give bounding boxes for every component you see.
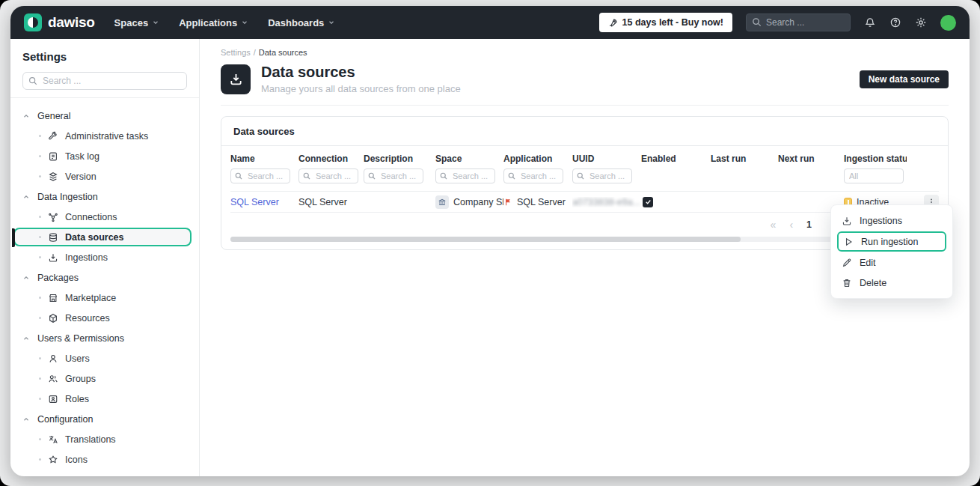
space-chip <box>435 195 449 209</box>
nav-spaces-label: Spaces <box>114 17 149 28</box>
page-background: dawiso Spaces Applications Dashboards 15… <box>0 0 980 486</box>
dawiso-logo-icon <box>24 13 42 31</box>
sidebar-group-configuration[interactable]: Configuration <box>22 409 187 429</box>
settings-button[interactable] <box>915 16 927 28</box>
app-flag-icon <box>503 198 512 207</box>
row-application[interactable]: SQL Server <box>503 197 572 207</box>
sidebar-item-groups[interactable]: Groups <box>22 368 187 389</box>
sidebar-item-label: Version <box>65 171 97 182</box>
main-header: Settings / Data sources Data sources Man… <box>200 39 970 106</box>
brand-name: dawiso <box>48 14 95 31</box>
sidebar-item-ingestions[interactable]: Ingestions <box>22 247 187 267</box>
sidebar-item-version[interactable]: Version <box>22 166 187 186</box>
sidebar-group-general[interactable]: General <box>22 106 187 126</box>
chevron-up-icon <box>22 335 30 342</box>
bullet-dot <box>39 317 41 319</box>
filter-ingestion-status-input[interactable] <box>844 168 904 183</box>
sidebar-item-label: Groups <box>65 374 96 384</box>
breadcrumb-settings[interactable]: Settings <box>221 48 251 57</box>
col-actions <box>907 151 939 159</box>
menu-item-delete[interactable]: Delete <box>837 273 946 293</box>
new-data-source-button[interactable]: New data source <box>860 70 949 88</box>
sidebar-item-marketplace[interactable]: Marketplace <box>22 288 187 308</box>
settings-sidebar: Settings General Administrative tasks Ta… <box>10 39 200 476</box>
col-last-run: Last run <box>711 146 778 164</box>
user-avatar[interactable] <box>940 15 956 31</box>
row-space[interactable]: Company Sh... <box>435 195 503 209</box>
sidebar-item-administrative-tasks[interactable]: Administrative tasks <box>22 126 187 146</box>
menu-item-ingestions[interactable]: Ingestions <box>837 210 946 231</box>
version-layers-icon <box>48 171 58 182</box>
chevron-up-icon <box>22 416 30 423</box>
enabled-checkbox[interactable] <box>643 197 653 207</box>
bullet-dot <box>39 256 41 258</box>
question-circle-icon <box>889 16 901 28</box>
check-icon <box>645 198 652 205</box>
chevron-down-icon <box>152 19 159 26</box>
menu-item-label: Edit <box>860 258 876 268</box>
nav-applications[interactable]: Applications <box>179 17 248 28</box>
search-icon <box>234 171 243 180</box>
menu-item-label: Delete <box>860 278 886 288</box>
sidebar-item-label: Administrative tasks <box>65 131 148 142</box>
bell-icon <box>864 16 876 28</box>
search-icon <box>302 171 311 180</box>
nav-applications-label: Applications <box>179 17 237 28</box>
chevron-up-icon <box>22 112 30 120</box>
user-group-icon <box>48 374 58 384</box>
brand-home-link[interactable]: dawiso <box>24 13 95 31</box>
row-name-link[interactable]: SQL Server <box>230 197 298 207</box>
sidebar-item-task-log[interactable]: Task log <box>22 146 187 166</box>
top-navbar: dawiso Spaces Applications Dashboards 15… <box>10 6 970 39</box>
sidebar-item-icons[interactable]: Icons <box>22 449 187 470</box>
bullet-dot <box>39 438 41 440</box>
play-icon <box>843 237 854 247</box>
global-search <box>746 13 851 31</box>
navbar-right: 15 days left - Buy now! <box>599 13 956 32</box>
scrollbar-thumb[interactable] <box>230 237 741 242</box>
menu-item-label: Ingestions <box>860 216 902 226</box>
bullet-dot <box>39 155 41 157</box>
col-enabled: Enabled <box>641 146 711 164</box>
download-tray-icon <box>842 216 852 226</box>
table-header-row: Name Connection Description Space Applic… <box>230 146 939 164</box>
sidebar-item-resources[interactable]: Resources <box>22 308 187 328</box>
pagination-prev-button[interactable]: ‹ <box>789 219 793 230</box>
row-connection: SQL Server <box>298 197 364 207</box>
sidebar-item-label: Users <box>65 353 90 364</box>
sidebar-item-translations[interactable]: Translations <box>22 429 187 449</box>
sidebar-title: Settings <box>22 48 187 66</box>
sidebar-item-connections[interactable]: Connections <box>22 207 187 227</box>
chevron-down-icon <box>328 19 335 26</box>
sidebar-search-input[interactable] <box>22 72 187 90</box>
sidebar-group-data-ingestion[interactable]: Data Ingestion <box>22 186 187 207</box>
menu-item-edit[interactable]: Edit <box>837 252 946 273</box>
storefront-icon <box>48 293 58 303</box>
pagination-first-button[interactable]: « <box>771 219 777 230</box>
sidebar-item-label: Resources <box>65 313 110 324</box>
task-log-icon <box>48 151 58 162</box>
col-ingestion-status: Ingestion status <box>844 146 907 164</box>
notifications-button[interactable] <box>864 16 876 28</box>
sidebar-group-packages[interactable]: Packages <box>22 267 187 288</box>
sidebar-item-roles[interactable]: Roles <box>22 389 187 409</box>
menu-item-label: Run ingestion <box>861 237 918 247</box>
pagination-page-1[interactable]: 1 <box>806 219 812 230</box>
chevron-up-icon <box>22 274 30 282</box>
bullet-dot <box>39 175 41 177</box>
sidebar-divider <box>10 97 199 98</box>
sidebar-item-data-sources[interactable]: Data sources <box>13 228 192 246</box>
sidebar-group-users-permissions[interactable]: Users & Permissions <box>22 328 187 348</box>
nav-dashboards[interactable]: Dashboards <box>268 17 335 28</box>
trial-buy-button[interactable]: 15 days left - Buy now! <box>599 13 732 32</box>
sidebar-item-label: Data sources <box>65 232 124 243</box>
help-button[interactable] <box>889 16 901 28</box>
menu-item-run-ingestion[interactable]: Run ingestion <box>837 231 946 252</box>
nav-dashboards-label: Dashboards <box>268 17 324 28</box>
sidebar-item-label: Ingestions <box>65 252 108 263</box>
sidebar-item-label: Icons <box>65 455 88 465</box>
sidebar-item-users[interactable]: Users <box>22 348 187 368</box>
nav-spaces[interactable]: Spaces <box>114 17 160 28</box>
connections-icon <box>48 212 58 222</box>
gear-icon <box>915 16 927 28</box>
